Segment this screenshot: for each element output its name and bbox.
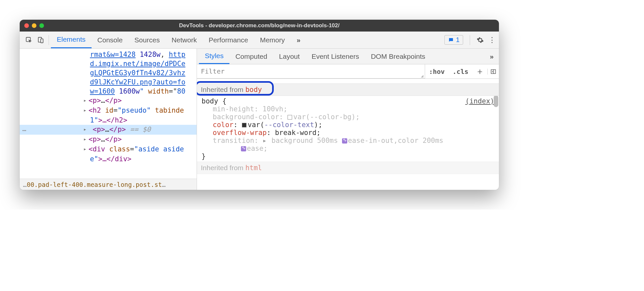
tab-memory[interactable]: Memory [254,32,291,48]
rule-selector[interactable]: body { [202,97,494,105]
dom-text[interactable]: w=1600 1600w" width="80 [20,87,197,96]
separator [470,35,470,45]
filter-input[interactable]: Filter [197,64,425,78]
titlebar: DevTools - developer.chrome.com/blog/new… [20,20,499,32]
dom-node-h2[interactable]: <h2 id="pseudo" tabinde [20,106,197,116]
style-rule-body[interactable]: (index) body { min-height: 100vh; backgr… [197,96,499,162]
inspect-element-icon[interactable] [23,36,35,44]
tab-computed[interactable]: Computed [229,49,273,64]
tab-elements[interactable]: Elements [51,32,92,48]
color-swatch-icon[interactable] [242,123,247,127]
bezier-editor-icon[interactable] [342,138,347,144]
tab-sources[interactable]: Sources [129,32,166,48]
resize-handle-icon[interactable] [421,75,423,78]
scrollbar-thumb[interactable] [494,95,498,107]
computed-sidebar-toggle-icon[interactable] [487,69,499,75]
tab-performance[interactable]: Performance [203,32,254,48]
css-property[interactable]: color: var(--color-text); [202,121,494,129]
issues-count: 1 [456,36,460,44]
css-property[interactable]: overflow-wrap: break-word; [202,129,494,137]
devtools-window: DevTools - developer.chrome.com/blog/new… [20,20,499,190]
tab-dom-breakpoints[interactable]: DOM Breakpoints [365,49,431,64]
svg-rect-2 [41,39,43,43]
overflow-dots-icon[interactable]: ⋯ [22,126,26,135]
tab-console[interactable]: Console [92,32,129,48]
dom-node-h2-cont[interactable]: 1">…</h2> [20,116,197,125]
dom-node-div[interactable]: <div class="aside aside [20,145,197,154]
breadcrumb-text[interactable]: 00.pad-left-400.measure-long.post.st [27,181,162,188]
issues-button[interactable]: 1 [444,35,463,45]
styles-list[interactable]: Inherited from body (index) body { min-h… [197,79,499,190]
dom-text[interactable]: d9lJKcYw2FU.png?auto=fo [20,78,197,87]
tab-event-listeners[interactable]: Event Listeners [306,49,365,64]
filter-placeholder: Filter [201,67,225,75]
rule-close: } [202,152,494,160]
styles-filter-bar: Filter :hov .cls ＋ [197,64,499,79]
dom-node-div-cont[interactable]: e">…</div> [20,154,197,164]
dom-text[interactable]: d.imgix.net/image/dPDCe [20,59,197,68]
more-menu-icon[interactable]: ⋮ [488,36,496,44]
color-swatch-icon[interactable] [288,115,292,120]
tab-layout[interactable]: Layout [273,49,306,64]
hover-toggle-button[interactable]: :hov [425,68,449,76]
inherited-from-separator[interactable]: Inherited from body [197,83,499,96]
device-toggle-icon[interactable] [35,36,47,44]
inherited-from-separator[interactable]: Inherited from html [197,162,499,174]
main-tabs: Elements Console Sources Network Perform… [51,32,306,48]
new-style-rule-button[interactable]: ＋ [472,66,487,77]
sidebar-tabs: Styles Computed Layout Event Listeners D… [197,49,499,64]
main-toolbar: Elements Console Sources Network Perform… [20,32,499,49]
tabs-overflow[interactable]: » [291,32,307,48]
cls-toggle-button[interactable]: .cls [449,68,472,76]
css-property-cont[interactable]: ease; [202,145,494,152]
styles-pane: Styles Computed Layout Event Listeners D… [197,49,499,190]
subtabs-overflow[interactable]: » [486,53,497,60]
dom-node-p[interactable]: <p>…</p> [20,135,197,145]
window-title: DevTools - developer.chrome.com/blog/new… [20,22,499,29]
tab-styles[interactable]: Styles [199,49,229,64]
elements-tree[interactable]: rmat&w=1428 1428w, http d.imgix.net/imag… [20,49,197,190]
css-property[interactable]: background-color: var(--color-bg); [202,113,494,121]
dom-text[interactable]: rmat&w=1428 1428w, http [20,50,197,59]
css-property[interactable]: min-height: 100vh; [202,105,494,113]
dom-node-p-selected[interactable]: ⋯ <p>…</p> == $0 [20,125,197,135]
dom-node-p[interactable]: <p>…</p> [20,96,197,106]
source-file-link[interactable]: (index) [465,97,494,105]
dom-text[interactable]: gLQPGtEG3y0fTn4v82/3vhz [20,68,197,78]
css-property[interactable]: transition: ▸ background 500ms ease-in-o… [202,137,494,145]
settings-gear-icon[interactable] [477,36,484,44]
breadcrumb[interactable]: … 00.pad-left-400.measure-long.post.st … [20,179,197,190]
separator [49,35,49,45]
tab-network[interactable]: Network [166,32,203,48]
bezier-editor-icon[interactable] [241,146,246,151]
